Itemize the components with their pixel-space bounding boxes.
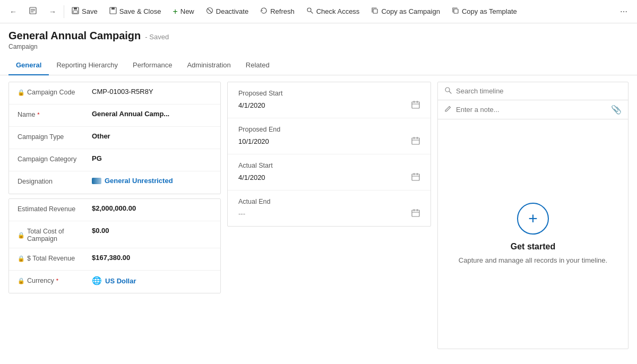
value-designation[interactable]: General Unrestricted	[92, 177, 212, 185]
copy-template-icon	[452, 7, 459, 16]
paperclip-icon[interactable]: 📎	[611, 105, 622, 115]
field-total-cost: 🔒 Total Cost of Campaign $0.00	[9, 221, 220, 248]
field-currency: 🔒 Currency * 🌐 US Dollar	[9, 271, 220, 293]
deactivate-button[interactable]: Deactivate	[201, 4, 254, 19]
label-total-revenue: 🔒 $ Total Revenue	[18, 254, 92, 262]
label-campaign-category: Campaign Category	[18, 154, 92, 163]
back-icon: ←	[10, 7, 17, 16]
refresh-label: Refresh	[270, 7, 295, 15]
field-estimated-revenue: Estimated Revenue $2,000,000.00	[9, 199, 220, 221]
svg-point-29	[445, 88, 450, 92]
calendar-icon-actual-start[interactable]	[411, 172, 420, 183]
field-campaign-code: 🔒 Campaign Code CMP-01003-R5R8Y	[9, 82, 220, 105]
svg-rect-8	[111, 7, 115, 10]
tab-related[interactable]: Related	[238, 56, 277, 75]
toolbar-separator-1	[64, 5, 64, 18]
tab-performance[interactable]: Performance	[125, 56, 179, 75]
svg-rect-6	[73, 11, 78, 13]
svg-rect-25	[412, 210, 419, 216]
currency-link[interactable]: US Dollar	[105, 277, 136, 285]
value-actual-start: 4/1/2020	[238, 174, 265, 181]
refresh-icon	[260, 7, 268, 16]
timeline-search-input[interactable]	[456, 87, 622, 95]
designation-link[interactable]: General Unrestricted	[105, 177, 173, 185]
save-button[interactable]: Save	[66, 4, 103, 19]
forward-button[interactable]: →	[44, 4, 62, 19]
save-label: Save	[82, 7, 98, 15]
lock-icon-code: 🔒	[18, 89, 25, 96]
back-button[interactable]: ←	[4, 4, 22, 19]
more-button[interactable]: ⋯	[615, 4, 633, 19]
new-label: New	[180, 7, 194, 15]
save-close-button[interactable]: Save & Close	[104, 4, 167, 19]
left-panel: 🔒 Campaign Code CMP-01003-R5R8Y Name * G…	[8, 82, 221, 349]
svg-point-10	[307, 8, 311, 12]
label-name: Name *	[18, 110, 92, 118]
save-close-label: Save & Close	[119, 7, 161, 15]
value-total-revenue: $167,380.00	[92, 254, 212, 262]
copy-campaign-button[interactable]: Copy as Campaign	[366, 4, 445, 19]
lock-icon-cost: 🔒	[18, 232, 25, 239]
mid-panel: Proposed Start 4/1/2020 Proposed End 10/…	[227, 82, 431, 349]
get-started-title: Get started	[511, 242, 555, 252]
tab-general[interactable]: General	[8, 56, 49, 75]
value-total-cost: $0.00	[92, 227, 212, 235]
label-actual-start: Actual Start	[238, 162, 420, 169]
save-icon	[72, 7, 79, 16]
pencil-icon	[444, 105, 452, 114]
copy-template-button[interactable]: Copy as Template	[446, 4, 522, 19]
note-button[interactable]	[23, 3, 42, 20]
note-input[interactable]	[456, 106, 607, 114]
field-designation: Designation General Unrestricted	[9, 171, 220, 194]
label-currency: 🔒 Currency *	[18, 276, 92, 284]
copy-template-label: Copy as Template	[462, 7, 517, 15]
timeline-panel: 📎 + Get started Capture and manage all r…	[437, 82, 629, 349]
copy-campaign-icon	[371, 7, 378, 16]
saved-status: - Saved	[145, 33, 169, 41]
value-currency[interactable]: 🌐 US Dollar	[92, 276, 212, 285]
value-proposed-end: 10/1/2020	[238, 137, 269, 145]
value-proposed-start: 4/1/2020	[238, 101, 265, 109]
designation-icon	[92, 178, 101, 184]
field-name: Name * General Annual Camp...	[9, 105, 220, 127]
field-actual-start: Actual Start 4/1/2020	[228, 154, 431, 190]
more-icon: ⋯	[620, 7, 627, 16]
check-access-button[interactable]: Check Access	[301, 4, 365, 19]
timeline-search-row	[438, 82, 628, 100]
calendar-icon-actual-end[interactable]	[411, 209, 420, 219]
label-actual-end: Actual End	[238, 198, 420, 205]
timeline-search-icon	[444, 86, 452, 96]
new-icon: +	[173, 7, 177, 16]
check-access-icon	[306, 7, 314, 16]
new-button[interactable]: + New	[167, 4, 199, 20]
calendar-icon-proposed-start[interactable]	[411, 100, 420, 110]
svg-rect-17	[412, 138, 419, 144]
value-estimated-revenue: $2,000,000.00	[92, 204, 212, 212]
form-card-financials: Estimated Revenue $2,000,000.00 🔒 Total …	[8, 198, 221, 293]
get-started-desc: Capture and manage all records in your t…	[459, 256, 607, 265]
label-estimated-revenue: Estimated Revenue	[18, 204, 92, 213]
value-campaign-code: CMP-01003-R5R8Y	[92, 88, 212, 96]
calendar-icon-proposed-end[interactable]	[411, 136, 420, 146]
note-row: 📎	[438, 100, 628, 119]
main-content: 🔒 Campaign Code CMP-01003-R5R8Y Name * G…	[0, 75, 637, 356]
svg-rect-11	[373, 9, 377, 13]
field-total-revenue: 🔒 $ Total Revenue $167,380.00	[9, 248, 220, 271]
tab-bar: General Reporting Hierarchy Performance …	[0, 56, 637, 75]
svg-rect-5	[74, 7, 77, 10]
required-star-currency: *	[56, 278, 58, 284]
svg-line-30	[450, 92, 452, 94]
lock-icon-revenue: 🔒	[18, 255, 25, 262]
value-name[interactable]: General Annual Camp...	[92, 110, 212, 118]
value-campaign-category: PG	[92, 154, 212, 162]
tab-administration[interactable]: Administration	[179, 56, 238, 75]
field-campaign-type: Campaign Type Other	[9, 127, 220, 149]
label-total-cost: 🔒 Total Cost of Campaign	[18, 227, 92, 242]
refresh-button[interactable]: Refresh	[255, 4, 300, 19]
toolbar: ← → Save Save & Close + New Deactivate R…	[0, 0, 637, 23]
page-header: General Annual Campaign - Saved Campaign	[0, 23, 637, 50]
field-proposed-start: Proposed Start 4/1/2020	[228, 82, 431, 118]
tab-reporting-hierarchy[interactable]: Reporting Hierarchy	[49, 56, 125, 75]
field-actual-end: Actual End ---	[228, 190, 431, 226]
add-timeline-button[interactable]: +	[517, 203, 549, 235]
